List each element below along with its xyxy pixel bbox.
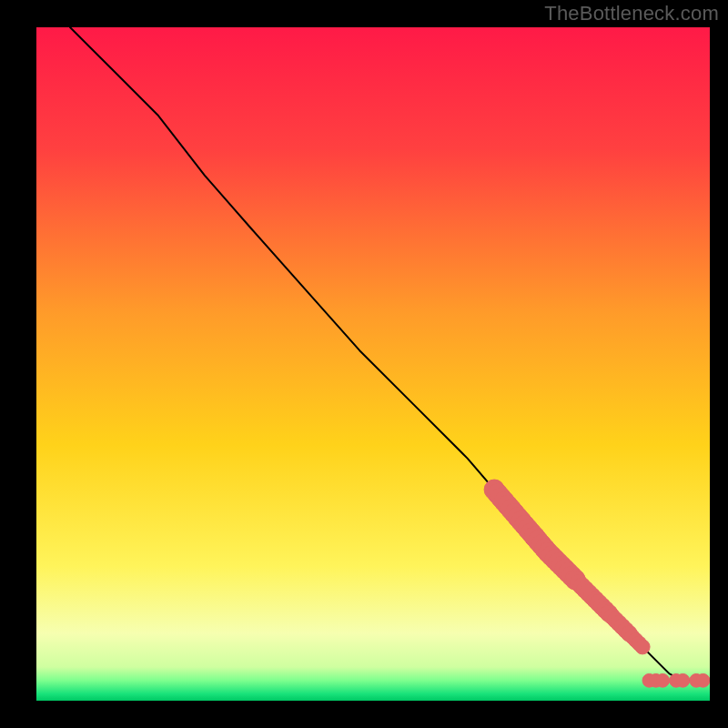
highlight-dot xyxy=(635,640,650,654)
highlight-dot xyxy=(696,673,710,687)
watermark-text: TheBottleneck.com xyxy=(544,2,719,25)
plot-area xyxy=(36,27,710,701)
highlight-dot xyxy=(656,673,670,687)
chart-stage: TheBottleneck.com xyxy=(0,0,728,728)
highlight-dot xyxy=(676,673,690,687)
chart-svg xyxy=(36,27,710,701)
